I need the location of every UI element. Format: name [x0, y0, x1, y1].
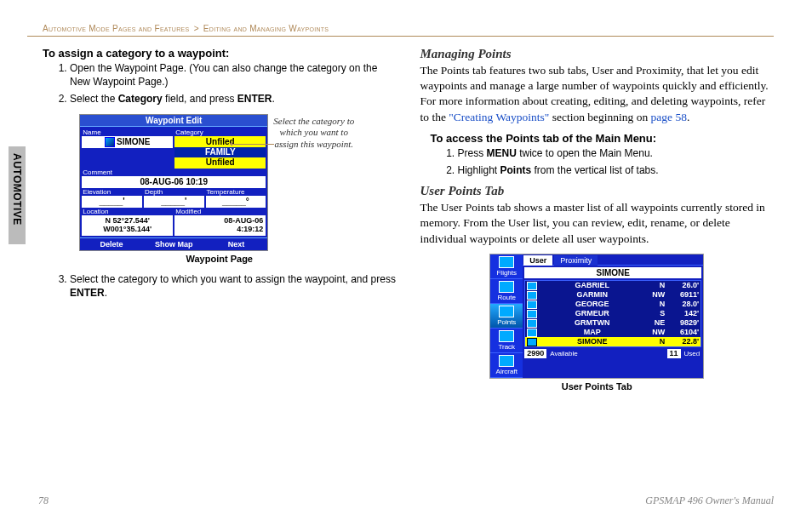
left-steps-1-2: Open the Waypoint Page. (You can also ch…	[43, 61, 397, 106]
page-footer: 78 GPSMAP 496 Owner's Manual	[38, 495, 774, 507]
right-p2: The User Points tab shows a master list …	[420, 200, 775, 247]
page-number: 78	[38, 495, 49, 507]
left-heading: To assign a category to a waypoint:	[43, 47, 397, 60]
list-item[interactable]: SIMONEN22.8'	[525, 337, 700, 346]
softkey-showmap[interactable]: Show Map	[143, 238, 205, 250]
waypoint-device-screenshot: Waypoint Edit Name SIMONE Category Unfil…	[79, 114, 268, 251]
waypoint-flag-icon	[527, 338, 537, 346]
waypoint-flag-icon	[527, 291, 537, 300]
points-icon	[499, 306, 514, 317]
softkey-next[interactable]: Next	[205, 238, 267, 250]
fld-comment: 08-AUG-06 10:19	[82, 176, 266, 188]
side-tab-automotive: AUTOMOTIVE	[9, 146, 26, 244]
softkey-delete[interactable]: Delete	[80, 238, 142, 250]
manual-title: GPSMAP 496 Owner's Manual	[645, 495, 774, 507]
waypoint-figure-caption: Waypoint Page	[43, 254, 397, 264]
sidebar-item-points[interactable]: Points	[490, 304, 523, 329]
lbl-elevation: Elevation	[82, 188, 142, 196]
sidebar-item-flights[interactable]: Flights	[490, 254, 523, 279]
tab-user[interactable]: User	[523, 255, 552, 266]
wp-softkeys: Delete Show Map Next	[80, 237, 267, 250]
breadcrumb-sep: >	[194, 24, 199, 33]
callout-arrow	[232, 144, 274, 145]
footer-used-n: 11	[667, 349, 681, 358]
footer-used-l: Used	[683, 349, 702, 358]
track-icon	[499, 330, 514, 342]
fld-name: SIMONE	[82, 136, 173, 148]
step-2: Select the Category field, and press ENT…	[70, 92, 397, 106]
tab-proximity[interactable]: Proximity	[554, 255, 598, 266]
sidebar-item-route[interactable]: Route	[490, 279, 523, 304]
fld-location: N 52°27.544' W001°35.144'	[82, 215, 173, 236]
right-h1: Managing Points	[420, 47, 775, 61]
step-3: Select the category to which you want to…	[70, 272, 397, 300]
right-p1: The Points tab features two sub tabs, Us…	[420, 63, 775, 125]
userpoints-list: GABRIELN26.0'GARMINNW6911'GEORGEN28.0'GR…	[524, 280, 701, 347]
userpoints-figure: FlightsRoutePointsTrackAircraft User Pro…	[420, 254, 775, 392]
waypoint-flag-icon	[527, 329, 537, 337]
list-item[interactable]: GRMTWNNE9829'	[525, 318, 700, 328]
flights-icon	[499, 256, 514, 268]
lbl-location: Location	[82, 208, 173, 215]
waypoint-flag-icon	[527, 310, 537, 318]
search-field[interactable]: SIMONE	[524, 267, 701, 278]
sidebar-item-track[interactable]: Track	[490, 329, 523, 353]
right-h2: To access the Points tab of the Main Men…	[431, 132, 775, 145]
breadcrumb-section: Automotive Mode Pages and Features	[43, 24, 190, 33]
userpoints-figure-caption: User Points Tab	[420, 381, 775, 392]
footer-available-n: 2990	[524, 349, 546, 358]
lbl-modified: Modified	[174, 208, 266, 215]
lbl-category: Category	[174, 129, 266, 136]
list-item[interactable]: GEORGEN28.0'	[525, 300, 700, 309]
waypoint-figure: Waypoint Edit Name SIMONE Category Unfil…	[43, 113, 397, 264]
link-page-58[interactable]: page 58	[651, 111, 687, 123]
list-item[interactable]: GARMINNW6911'	[525, 290, 700, 300]
rstep-1: Press MENU twice to open the Main Menu.	[458, 146, 775, 160]
sidebar-item-aircraft[interactable]: Aircraft	[490, 353, 523, 378]
waypoint-flag-icon	[527, 319, 537, 328]
header-rule	[27, 36, 774, 37]
route-icon	[499, 281, 514, 293]
wp-title: Waypoint Edit	[80, 115, 267, 127]
lbl-comment: Comment	[82, 169, 266, 176]
link-creating-waypoints[interactable]: "Creating Waypoints"	[449, 111, 549, 123]
waypoint-flag-icon	[527, 282, 537, 290]
lbl-depth: Depth	[144, 188, 204, 196]
fld-temperature: _____°	[206, 196, 266, 208]
waypoint-flag-icon	[105, 137, 115, 147]
right-steps: Press MENU twice to open the Main Menu. …	[431, 146, 775, 177]
userpoints-device-screenshot: FlightsRoutePointsTrackAircraft User Pro…	[489, 254, 704, 379]
left-step-3: Select the category to which you want to…	[43, 272, 397, 300]
rstep-2: Highlight Points from the vertical list …	[458, 163, 775, 177]
waypoint-flag-icon	[527, 300, 537, 309]
step-1: Open the Waypoint Page. (You can also ch…	[70, 61, 397, 89]
list-item[interactable]: MAPNW6104'	[525, 328, 700, 337]
breadcrumb: Automotive Mode Pages and Features > Edi…	[27, 24, 774, 33]
waypoint-callout-note: Select the category to which you want to…	[273, 114, 354, 151]
fld-category-dropdown[interactable]: Unfiled FAMILY Unfiled	[174, 136, 266, 169]
fld-elevation: _____'	[82, 196, 142, 208]
lbl-temperature: Temperature	[206, 188, 266, 196]
breadcrumb-sub: Editing and Managing Waypoints	[203, 24, 329, 33]
list-item[interactable]: GRMEURS142'	[525, 309, 700, 318]
list-item[interactable]: GABRIELN26.0'	[525, 281, 700, 290]
lbl-name: Name	[82, 129, 174, 136]
aircraft-icon	[499, 355, 514, 367]
fld-modified: 08-AUG-06 4:19:12	[174, 215, 266, 236]
footer-available-l: Available	[548, 349, 579, 358]
fld-depth: _____'	[144, 196, 204, 208]
right-h3: User Points Tab	[420, 184, 775, 198]
